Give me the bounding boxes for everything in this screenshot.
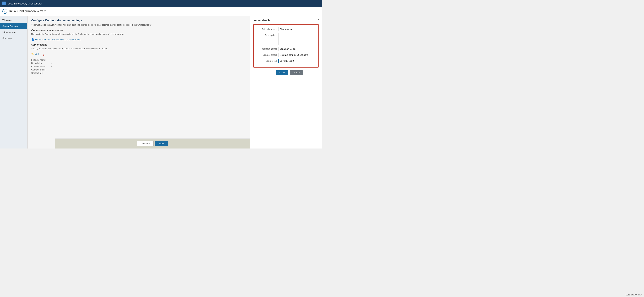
header-bar: ‹ Initial Configuration Wizard <box>0 7 322 16</box>
app-title: Veeam Recovery Orchestrator <box>8 2 42 5</box>
form-highlight-box: Friendly name: Description: Contact name… <box>254 24 318 68</box>
sidebar: Welcome Server Settings Infrastructure S… <box>0 16 28 148</box>
detail-label-contact-email: Contact email: <box>31 68 50 71</box>
sidebar-item-server-settings[interactable]: Server Settings <box>0 23 27 29</box>
cancel-button[interactable]: Cancel <box>290 70 303 75</box>
detail-value-contact-name: - <box>51 65 52 68</box>
previous-button[interactable]: Previous <box>137 141 154 146</box>
app-icon: V <box>2 2 6 5</box>
orchestrator-admins-title: Orchestrator administrators <box>31 29 246 32</box>
back-button[interactable]: ‹ <box>2 9 7 14</box>
input-description[interactable] <box>278 33 316 45</box>
sidebar-item-infrastructure[interactable]: Infrastructure <box>0 29 27 35</box>
section-desc: You must assign the Administrator role t… <box>31 24 246 26</box>
input-contact-name[interactable] <box>278 47 316 51</box>
detail-label-contact-name: Contact name: <box>31 65 50 68</box>
detail-row-description: Description: - <box>31 62 246 64</box>
orchestrator-admins-desc: Users with the Administrator role can co… <box>31 33 246 36</box>
detail-row-friendly: Friendly name: - <box>31 58 246 61</box>
input-friendly-name[interactable] <box>278 27 316 31</box>
arrow-annotation: ← 1 <box>40 54 44 56</box>
form-group-description: Description: <box>256 33 316 45</box>
label-friendly-name: Friendly name: <box>256 27 277 30</box>
label-contact-tel: Contact tel: <box>256 59 277 62</box>
pencil-icon: ✏️ <box>31 53 34 55</box>
form-group-contact-email: Contact email: <box>256 53 316 57</box>
title-bar: V Veeam Recovery Orchestrator <box>0 0 322 7</box>
label-description: Description: <box>256 33 277 36</box>
detail-row-contact-email: Contact email: - <box>31 68 246 71</box>
panel-actions: Apply Cancel <box>254 70 318 75</box>
server-details-title: Server details <box>31 43 246 46</box>
detail-value-friendly: - <box>51 58 52 61</box>
input-contact-tel[interactable] <box>278 59 316 63</box>
input-contact-email[interactable] <box>278 53 316 57</box>
sidebar-item-welcome[interactable]: Welcome <box>0 17 27 23</box>
detail-value-contact-tel: - <box>51 72 52 74</box>
edit-label: Edit <box>35 52 38 55</box>
panel-close-button[interactable]: ✕ <box>317 18 320 21</box>
bottom-bar: Previous Next <box>55 138 250 148</box>
server-details-section: Server details Specify details for this … <box>31 43 246 74</box>
apply-button[interactable]: Apply <box>276 70 288 75</box>
content-area: Configure Orchestrator server settings Y… <box>28 16 250 148</box>
detail-label-friendly: Friendly name: <box>31 58 50 61</box>
panel-title: Server details <box>254 19 318 22</box>
wizard-title: Initial Configuration Wizard <box>9 10 46 13</box>
form-group-friendly-name: Friendly name: <box>256 27 316 31</box>
detail-row-contact-tel: Contact tel: - <box>31 72 246 74</box>
detail-label-description: Description: <box>31 62 50 64</box>
server-panel: Server details ✕ Friendly name: Descript… <box>250 16 322 148</box>
next-button[interactable]: Next <box>155 141 168 146</box>
detail-row-contact-name: Contact name: - <box>31 65 246 68</box>
label-contact-email: Contact email: <box>256 53 277 56</box>
admin-link-text: PHARMAX.LOCAL\VEEAM AD-1-1401084541 <box>35 38 82 41</box>
form-group-contact-tel: Contact tel: <box>256 59 316 63</box>
sidebar-item-summary[interactable]: Summary <box>0 35 27 41</box>
detail-label-contact-tel: Contact tel: <box>31 72 50 74</box>
user-icon: 👤 <box>31 38 34 41</box>
edit-button[interactable]: ✏️ Edit <box>31 52 38 55</box>
section-title: Configure Orchestrator server settings <box>31 19 246 22</box>
detail-value-description: - <box>51 62 52 64</box>
main-layout: Welcome Server Settings Infrastructure S… <box>0 16 322 148</box>
form-group-contact-name: Contact name: <box>256 47 316 51</box>
detail-value-contact-email: - <box>51 68 52 71</box>
admin-link[interactable]: 👤 PHARMAX.LOCAL\VEEAM AD-1-1401084541 <box>31 38 246 41</box>
server-details-desc: Specify details for this Orchestrator se… <box>31 47 246 50</box>
label-contact-name: Contact name: <box>256 47 277 50</box>
